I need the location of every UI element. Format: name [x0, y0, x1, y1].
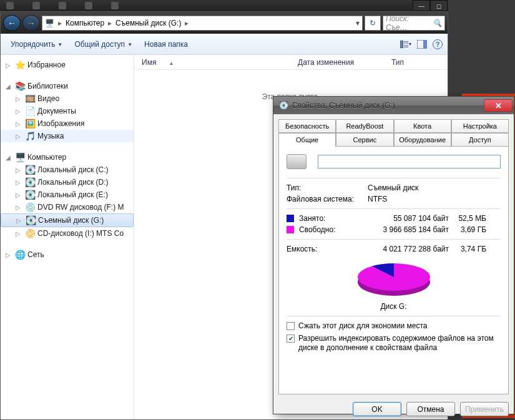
- view-options-button[interactable]: ▾: [400, 39, 411, 50]
- chevron-right-icon[interactable]: ▸: [184, 19, 190, 27]
- collapse-icon[interactable]: ◢: [6, 83, 12, 90]
- back-button[interactable]: ←: [3, 15, 21, 31]
- expand-icon[interactable]: ▷: [16, 120, 22, 127]
- drive-icon: [287, 154, 307, 169]
- tab-hardware[interactable]: Оборудование: [394, 133, 451, 147]
- sidebar-video[interactable]: ▷ 🎞️ Видео: [1, 92, 134, 105]
- expand-icon[interactable]: ▷: [16, 133, 22, 140]
- sidebar-libraries[interactable]: ◢ 📚 Библиотеки: [1, 80, 134, 92]
- search-input[interactable]: Поиск: Съе… 🔍: [383, 16, 445, 31]
- index-checkbox[interactable]: ✔: [287, 335, 295, 343]
- disk-usage-pie: [353, 261, 434, 298]
- sidebar-drive-i[interactable]: ▷ 📀 CD-дисковод (I:) MTS Co: [1, 227, 134, 240]
- drive-icon: 💽: [25, 190, 35, 200]
- column-date[interactable]: Дата изменения: [290, 58, 384, 67]
- sidebar-computer[interactable]: ◢ 🖥️ Компьютер: [1, 151, 134, 164]
- free-label: Свободно:: [299, 225, 368, 234]
- compress-checkbox[interactable]: [287, 322, 295, 330]
- expand-icon[interactable]: ▷: [16, 108, 22, 115]
- breadcrumb-computer[interactable]: Компьютер: [66, 19, 104, 27]
- expand-icon[interactable]: ▷: [6, 62, 12, 69]
- sidebar-documents[interactable]: ▷ 📄 Документы: [1, 105, 134, 117]
- filesystem-label: Файловая система:: [287, 195, 368, 203]
- dialog-title: Свойства: Съемный диск (G:): [292, 101, 484, 110]
- expand-icon[interactable]: ▷: [16, 179, 22, 186]
- sidebar-music[interactable]: ▷ 🎵 Музыка: [1, 130, 134, 142]
- tab-sharing[interactable]: Доступ: [451, 133, 509, 147]
- expand-icon[interactable]: ▷: [16, 204, 22, 211]
- used-color-swatch: [287, 215, 294, 222]
- svg-rect-4: [404, 45, 408, 46]
- tab-general[interactable]: Общие: [278, 133, 336, 147]
- sidebar-drive-d[interactable]: ▷ 💽 Локальный диск (D:): [1, 176, 134, 188]
- new-folder-button[interactable]: Новая папка: [139, 37, 193, 51]
- cancel-button[interactable]: Отмена: [406, 402, 455, 416]
- drive-label-input[interactable]: [318, 155, 501, 168]
- tab-customize[interactable]: Настройка: [451, 119, 509, 133]
- capacity-hr: 3,74 ГБ: [449, 245, 486, 253]
- expand-icon[interactable]: ▷: [16, 192, 22, 198]
- close-button[interactable]: ✕: [484, 99, 513, 112]
- free-bytes: 3 966 685 184 байт: [368, 225, 449, 234]
- sidebar-drive-c[interactable]: ▷ 💽 Локальный диск (C:): [1, 164, 134, 176]
- sidebar-images[interactable]: ▷ 🖼️ Изображения: [1, 117, 134, 130]
- sidebar-drive-g[interactable]: ▷ 💽 Съемный диск (G:): [1, 213, 134, 227]
- expand-icon[interactable]: ▷: [16, 167, 22, 173]
- video-icon: 🎞️: [25, 94, 35, 104]
- expand-icon[interactable]: ▷: [16, 217, 23, 224]
- breadcrumb-drive[interactable]: Съемный диск (G:): [115, 19, 181, 27]
- sidebar-drive-e[interactable]: ▷ 💽 Локальный диск (E:): [1, 188, 134, 201]
- svg-rect-0: [400, 41, 403, 44]
- refresh-button[interactable]: ↻: [365, 16, 381, 31]
- dvd-icon: 💿: [25, 202, 35, 212]
- removable-drive-icon: 💽: [26, 215, 36, 225]
- apply-button[interactable]: Применить: [460, 402, 509, 416]
- drive-icon: 💽: [25, 177, 35, 187]
- sort-indicator-icon: ▲: [169, 61, 174, 66]
- filesystem-value: NTFS: [368, 195, 387, 203]
- minimize-button[interactable]: —: [413, 0, 430, 11]
- column-name[interactable]: Имя▲: [134, 58, 290, 67]
- svg-rect-7: [423, 40, 427, 49]
- dialog-titlebar[interactable]: 💽 Свойства: Съемный диск (G:) ✕: [273, 97, 514, 114]
- collapse-icon[interactable]: ◢: [6, 154, 12, 161]
- images-icon: 🖼️: [25, 119, 35, 129]
- documents-icon: 📄: [25, 106, 35, 116]
- forward-button[interactable]: →: [22, 15, 40, 31]
- chevron-right-icon[interactable]: ▸: [57, 19, 63, 27]
- expand-icon[interactable]: ▷: [16, 95, 22, 102]
- used-bytes: 55 087 104 байт: [368, 214, 449, 223]
- sidebar-network[interactable]: ▷ 🌐 Сеть: [1, 248, 134, 261]
- computer-icon: 🖥️: [15, 152, 25, 162]
- svg-rect-5: [404, 46, 408, 47]
- address-bar[interactable]: 🖥️ ▸ Компьютер ▸ Съемный диск (G:) ▸ ▾: [42, 16, 363, 31]
- navigation-bar: ← → 🖥️ ▸ Компьютер ▸ Съемный диск (G:) ▸…: [1, 12, 448, 34]
- capacity-label: Емкость:: [287, 245, 368, 253]
- type-value: Съемный диск: [368, 183, 418, 192]
- search-icon: 🔍: [433, 19, 442, 27]
- cd-icon: 📀: [25, 228, 35, 238]
- tab-readyboost[interactable]: ReadyBoost: [336, 119, 393, 133]
- column-type[interactable]: Тип: [384, 58, 434, 67]
- ok-button[interactable]: OK: [353, 402, 401, 416]
- chevron-right-icon[interactable]: ▸: [107, 19, 113, 27]
- preview-pane-button[interactable]: [416, 39, 428, 50]
- sidebar-drive-f[interactable]: ▷ 💿 DVD RW дисковод (F:) M: [1, 201, 134, 213]
- used-label: Занято:: [299, 214, 368, 223]
- expand-icon[interactable]: ▷: [16, 230, 22, 237]
- pie-label: Диск G:: [380, 302, 406, 311]
- tab-tools[interactable]: Сервис: [336, 133, 393, 147]
- navigation-pane: ▷ ⭐ Избранное ◢ 📚 Библиотеки ▷ 🎞️ Видео: [1, 55, 134, 419]
- maximize-button[interactable]: ◻: [430, 0, 448, 11]
- svg-rect-1: [404, 41, 408, 42]
- share-button[interactable]: Общий доступ: [69, 37, 137, 51]
- tab-quota[interactable]: Квота: [394, 119, 451, 133]
- chevron-down-icon[interactable]: ▾: [356, 19, 360, 27]
- help-button[interactable]: ?: [433, 39, 443, 49]
- svg-rect-3: [400, 44, 403, 47]
- organize-button[interactable]: Упорядочить: [6, 37, 67, 51]
- expand-icon[interactable]: ▷: [6, 252, 12, 258]
- tab-security[interactable]: Безопасность: [278, 119, 336, 133]
- tab-panel-general: Тип: Съемный диск Файловая система: NTFS…: [278, 146, 509, 394]
- sidebar-favorites[interactable]: ▷ ⭐ Избранное: [1, 59, 134, 71]
